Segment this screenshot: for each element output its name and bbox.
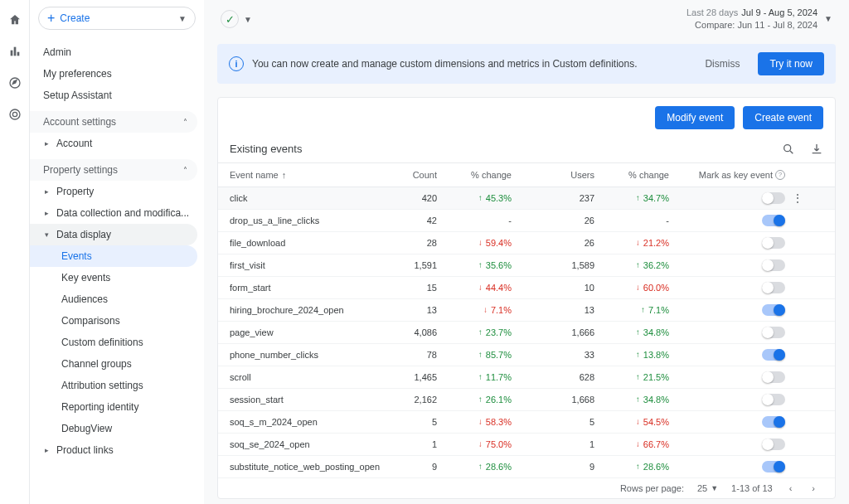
search-icon[interactable] [782, 143, 795, 156]
home-icon[interactable] [7, 12, 23, 28]
count-value: 5 [387, 417, 437, 427]
change-users: ↑13.8% [594, 350, 669, 360]
nav-admin[interactable]: Admin [30, 41, 204, 63]
rows-per-page-select[interactable]: 25 ▼ [697, 483, 718, 493]
change-count: ↑11.7% [437, 372, 512, 382]
key-event-toggle[interactable] [762, 461, 785, 472]
table-row[interactable]: phone_number_clicks 78 ↑85.7% 33 ↑13.8% [218, 344, 835, 366]
table-row[interactable]: drop_us_a_line_clicks 42 - 26 - [218, 210, 835, 232]
modify-event-button[interactable]: Modify event [655, 106, 735, 129]
table-row[interactable]: substitute_notice_web_posting_open 9 ↑28… [218, 456, 835, 478]
users-value: 1,589 [512, 260, 594, 270]
key-event-toggle[interactable] [762, 282, 785, 293]
change-count: ↑23.7% [437, 327, 512, 337]
sub-item-comparisons[interactable]: Comparisons [30, 310, 204, 332]
table-row[interactable]: session_start 2,162 ↑26.1% 1,668 ↑34.8% [218, 389, 835, 411]
key-event-toggle[interactable] [762, 394, 785, 405]
caret-down-icon: ▾ [45, 230, 51, 239]
count-value: 420 [387, 193, 437, 203]
event-name: form_start [230, 283, 387, 293]
sub-item-reporting-identity[interactable]: Reporting identity [30, 396, 204, 418]
users-value: 10 [512, 283, 594, 293]
key-event-toggle[interactable] [762, 237, 785, 249]
sub-item-channel-groups[interactable]: Channel groups [30, 353, 204, 375]
table-row[interactable]: first_visit 1,591 ↑35.6% 1,589 ↑36.2% [218, 254, 835, 277]
key-event-toggle[interactable] [762, 371, 785, 383]
change-users: ↓21.2% [594, 238, 669, 248]
svg-rect-0 [10, 51, 12, 56]
table-row[interactable]: click 420 ↑45.3% 237 ↑34.7% ⋮ [218, 187, 835, 210]
rows-per-page-label: Rows per page: [620, 483, 684, 493]
explore-icon[interactable] [7, 75, 23, 91]
key-event-toggle[interactable] [762, 349, 785, 361]
status-check-icon[interactable]: ✓ [221, 10, 239, 28]
tree-item-account[interactable]: ▸ Account [30, 133, 204, 154]
more-icon[interactable]: ⋮ [785, 191, 810, 205]
sub-item-custom-definitions[interactable]: Custom definitions [30, 332, 204, 353]
count-value: 2,162 [387, 395, 437, 405]
table-row[interactable]: scroll 1,465 ↑11.7% 628 ↑21.5% [218, 366, 835, 389]
sub-item-events[interactable]: Events [30, 245, 197, 267]
key-event-toggle[interactable] [762, 416, 785, 428]
table-row[interactable]: page_view 4,086 ↑23.7% 1,666 ↑34.8% [218, 322, 835, 344]
date-range-picker[interactable]: Last 28 daysJul 9 - Aug 5, 2024 Compare:… [686, 7, 832, 32]
tree-item-data-collection[interactable]: ▸ Data collection and modifica... [30, 202, 204, 224]
nav-setup-assistant[interactable]: Setup Assistant [30, 85, 204, 106]
svg-point-5 [12, 112, 17, 116]
key-event-toggle[interactable] [762, 259, 785, 271]
prev-page-button[interactable]: ‹ [786, 483, 796, 493]
sub-item-audiences[interactable]: Audiences [30, 288, 204, 310]
table-row[interactable]: soq_se_2024_open 1 ↓75.0% 1 ↓66.7% [218, 434, 835, 456]
events-table: Event name↑ Count % change Users % chang… [218, 162, 835, 478]
tree-item-property[interactable]: ▸ Property [30, 181, 204, 202]
count-value: 15 [387, 283, 437, 293]
key-event-toggle[interactable] [762, 327, 785, 338]
sort-up-icon: ↑ [282, 170, 287, 180]
sub-item-key-events[interactable]: Key events [30, 267, 204, 288]
tree-item-product-links[interactable]: ▸ Product links [30, 439, 204, 461]
change-users: ↑34.7% [594, 193, 669, 203]
sub-item-attribution[interactable]: Attribution settings [30, 375, 204, 396]
status-dropdown[interactable]: ▼ [244, 15, 252, 24]
change-count: ↑85.7% [437, 350, 512, 360]
key-event-toggle[interactable] [762, 215, 785, 226]
key-event-toggle[interactable] [762, 192, 785, 204]
col-users[interactable]: Users [512, 170, 594, 180]
table-row[interactable]: hiring_brochure_2024_open 13 ↓7.1% 13 ↑7… [218, 299, 835, 322]
count-value: 42 [387, 216, 437, 225]
table-row[interactable]: soq_s_m_2024_open 5 ↓58.3% 5 ↓54.5% [218, 411, 835, 434]
change-count: ↑35.6% [437, 260, 512, 270]
users-value: 26 [512, 238, 594, 248]
key-event-toggle[interactable] [762, 439, 785, 450]
next-page-button[interactable]: › [808, 483, 818, 493]
tree-item-data-display[interactable]: ▾ Data display [30, 224, 197, 245]
advertising-icon[interactable] [7, 106, 23, 123]
sub-item-debugview[interactable]: DebugView [30, 418, 204, 439]
table-row[interactable]: form_start 15 ↓44.4% 10 ↓60.0% [218, 277, 835, 299]
change-users: - [594, 216, 669, 225]
section-property-settings[interactable]: Property settings ˄ [30, 159, 197, 181]
col-event-name[interactable]: Event name↑ [230, 170, 387, 180]
help-icon[interactable]: ? [775, 170, 785, 180]
section-account-settings[interactable]: Account settings ˄ [30, 111, 197, 133]
col-count[interactable]: Count [387, 170, 437, 180]
col-change2[interactable]: % change [594, 170, 669, 180]
create-button[interactable]: + Create ▼ [38, 7, 196, 30]
table-row[interactable]: file_download 28 ↓59.4% 26 ↓21.2% [218, 232, 835, 254]
dismiss-button[interactable]: Dismiss [705, 58, 740, 70]
users-value: 33 [512, 350, 594, 360]
col-change1[interactable]: % change [437, 170, 512, 180]
try-it-now-button[interactable]: Try it now [758, 52, 824, 75]
event-name: hiring_brochure_2024_open [230, 305, 387, 315]
reports-icon[interactable] [7, 43, 23, 60]
event-name: page_view [230, 327, 387, 337]
change-count: - [437, 216, 512, 225]
plus-icon: + [47, 11, 55, 26]
nav-preferences[interactable]: My preferences [30, 63, 204, 85]
svg-rect-1 [13, 47, 16, 56]
create-event-button[interactable]: Create event [743, 106, 823, 129]
download-icon[interactable] [810, 143, 823, 156]
key-event-toggle[interactable] [762, 304, 785, 316]
count-value: 9 [387, 462, 437, 472]
event-name: soq_se_2024_open [230, 439, 387, 449]
